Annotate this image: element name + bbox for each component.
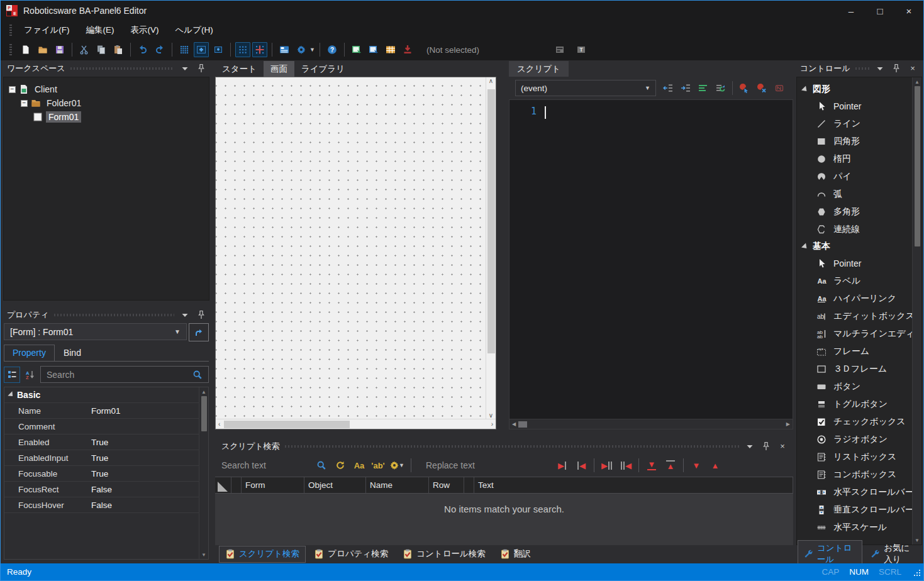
property-row[interactable]: FocusableTrue: [4, 466, 199, 482]
script-horizontal-scrollbar[interactable]: ◀ ▶: [509, 419, 793, 429]
undo-button[interactable]: [135, 42, 150, 57]
go-to-parent-button[interactable]: [189, 323, 209, 341]
control-item-polygon[interactable]: 多角形: [797, 203, 912, 221]
control-item-rectangle[interactable]: 四角形: [797, 133, 912, 150]
column-header-blank[interactable]: [231, 477, 242, 493]
menu-item[interactable]: ヘルプ(H): [167, 25, 221, 36]
chevron-down-icon[interactable]: [179, 63, 191, 74]
controls-scrollbar[interactable]: ▲ ▼: [912, 77, 921, 545]
tab-bind[interactable]: Bind: [55, 345, 90, 362]
replace-prev-button[interactable]: ▲: [661, 458, 680, 473]
find-all-prev-button[interactable]: ◀: [616, 458, 635, 473]
chevron-down-icon[interactable]: [874, 63, 886, 74]
run-form-green-button[interactable]: [349, 42, 364, 57]
property-search-input[interactable]: Search: [40, 366, 209, 383]
control-item-hscrollbar[interactable]: 水平スクロールバー: [797, 484, 912, 501]
scrollbar-thumb[interactable]: [224, 421, 350, 428]
control-item-editbox[interactable]: abエディットボックス: [797, 307, 912, 325]
scroll-right-arrow[interactable]: ▶: [786, 421, 790, 427]
canvas-horizontal-scrollbar[interactable]: ‹ ›: [216, 419, 496, 429]
control-item-combobox[interactable]: コンボボックス: [797, 466, 912, 484]
move-up-button[interactable]: ▲: [706, 458, 725, 473]
new-file-button[interactable]: [18, 42, 33, 57]
scroll-right-arrow[interactable]: ›: [491, 421, 493, 428]
pin-icon[interactable]: [891, 63, 902, 74]
property-value[interactable]: True: [91, 469, 199, 479]
column-header-name[interactable]: Name: [366, 477, 429, 493]
refresh-script-button[interactable]: [713, 80, 728, 96]
control-item-hscale[interactable]: 水平スケール: [797, 519, 912, 536]
scroll-down-arrow[interactable]: ▼: [201, 550, 206, 559]
control-item-polyline[interactable]: 連続線: [797, 221, 912, 238]
property-grid-scrollbar[interactable]: ▲ ▼: [199, 387, 208, 559]
control-item-button[interactable]: ボタン: [797, 378, 912, 396]
categorized-view-button[interactable]: [4, 367, 20, 383]
close-icon[interactable]: ×: [907, 63, 918, 74]
pin-icon[interactable]: [196, 63, 207, 74]
tab-search-1[interactable]: プロパティ検索: [308, 546, 394, 563]
menu-item[interactable]: 編集(E): [78, 25, 123, 36]
column-header-object[interactable]: Object: [304, 477, 366, 493]
object-selector-combobox[interactable]: [Form] : Form01 ▼: [4, 323, 187, 340]
control-item-frame3d[interactable]: ３Ｄフレーム: [797, 360, 912, 378]
scrollbar-thumb[interactable]: [487, 89, 495, 353]
column-header-blank[interactable]: [464, 477, 474, 493]
event-selector-combobox[interactable]: (event) ▼: [515, 80, 656, 96]
tab-search-0[interactable]: スクリプト検索: [219, 546, 306, 563]
property-row[interactable]: FocusHoverFalse: [4, 497, 199, 513]
close-icon[interactable]: ×: [777, 441, 788, 452]
control-group-header[interactable]: 基本: [797, 238, 912, 255]
column-header-text[interactable]: Text: [474, 477, 793, 493]
control-item-arc[interactable]: 弧: [797, 185, 912, 203]
control-item-radio[interactable]: ラジオボタン: [797, 431, 912, 448]
import-button[interactable]: [400, 42, 415, 57]
tab-designer-1[interactable]: 画面: [264, 61, 294, 77]
toolbar-grip[interactable]: [9, 44, 12, 55]
menu-item[interactable]: 表示(V): [123, 25, 167, 36]
resize-grip[interactable]: [913, 568, 920, 576]
grid-dots-button[interactable]: [235, 42, 250, 57]
replace-text-input[interactable]: Replace text: [417, 460, 550, 470]
control-item-label[interactable]: Aaラベル: [797, 272, 912, 290]
match-word-button[interactable]: 'ab': [370, 458, 386, 473]
open-folder-button[interactable]: [35, 42, 50, 57]
close-button[interactable]: ×: [894, 1, 923, 21]
sort-alphabetical-button[interactable]: AZ: [22, 367, 38, 383]
menubar-grip[interactable]: [9, 25, 12, 36]
tab-designer-2[interactable]: ライブラリ: [294, 61, 352, 77]
tree-node-label[interactable]: Form01: [46, 111, 81, 123]
search-button[interactable]: [313, 458, 330, 473]
tab-property[interactable]: Property: [4, 345, 55, 362]
tree-expander[interactable]: −: [9, 86, 16, 93]
refresh-search-button[interactable]: [332, 458, 348, 473]
control-group-header[interactable]: 図形: [797, 81, 912, 97]
tree-node-label[interactable]: Client: [32, 84, 60, 95]
form-layout-button[interactable]: [552, 42, 567, 57]
chevron-down-icon[interactable]: ▼: [309, 47, 315, 53]
control-item-pointer[interactable]: Pointer: [797, 97, 912, 115]
tree-node-form01[interactable]: Form01: [6, 110, 206, 124]
copy-button[interactable]: [94, 42, 109, 57]
scroll-up-arrow[interactable]: ▲: [201, 387, 206, 396]
property-row[interactable]: EnabledTrue: [4, 434, 199, 450]
control-item-pie[interactable]: パイ: [797, 168, 912, 185]
indent-remove-button[interactable]: [660, 80, 676, 96]
cut-button[interactable]: [77, 42, 92, 57]
maximize-button[interactable]: □: [866, 1, 894, 21]
new-form-button[interactable]: [194, 42, 209, 57]
find-next-button[interactable]: ▶: [553, 458, 572, 473]
scroll-left-arrow[interactable]: ◀: [512, 421, 516, 427]
breakpoint-disabled-button[interactable]: [772, 80, 787, 96]
column-header-row[interactable]: Row: [429, 477, 464, 493]
breakpoint-delete-button[interactable]: [754, 80, 769, 96]
property-row[interactable]: NameForm01: [4, 403, 199, 419]
breakpoint-cursor-button[interactable]: [737, 80, 752, 96]
tab-script[interactable]: スクリプト: [509, 61, 569, 77]
script-editor[interactable]: 1: [509, 100, 793, 419]
new-form-small-button[interactable]: [211, 42, 226, 57]
grid-crosshair-button[interactable]: [252, 42, 267, 57]
control-item-line[interactable]: ライン: [797, 115, 912, 133]
control-item-vscrollbar[interactable]: 垂直スクロールバー: [797, 501, 912, 519]
property-value[interactable]: False: [91, 485, 199, 494]
paste-button[interactable]: [111, 42, 126, 57]
